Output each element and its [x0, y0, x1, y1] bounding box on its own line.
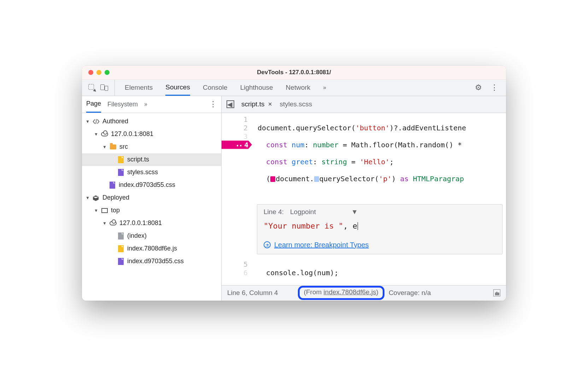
- logpoint-editor[interactable]: Line 4: Logpoint ▼ "Your number is ", e …: [257, 204, 502, 254]
- sidebar-tab-filesystem[interactable]: Filesystem: [107, 96, 138, 113]
- tree-label: index.d9703d55.css: [119, 181, 175, 189]
- code-brackets-icon: [93, 118, 100, 125]
- tab-lighthouse[interactable]: Lighthouse: [240, 80, 273, 96]
- breakpoint-inline-icon: [270, 176, 275, 182]
- inspector-toggle-group: [82, 80, 115, 96]
- device-toolbar-icon[interactable]: [100, 84, 108, 91]
- coverage-status: Coverage: n/a: [389, 289, 431, 297]
- code-editor[interactable]: 1 2 3 ••4 document.querySelector('button…: [222, 113, 506, 285]
- code-content[interactable]: document.querySelector('button')?.addEve…: [252, 113, 466, 202]
- sidebar-tabs: Page Filesystem » ⋮: [82, 96, 221, 113]
- tab-elements[interactable]: Elements: [125, 80, 153, 96]
- line-number[interactable]: 3: [222, 132, 248, 141]
- line-number[interactable]: 6: [222, 268, 248, 277]
- source-map-link[interactable]: index.7808df6e.js: [324, 288, 376, 296]
- tab-sources[interactable]: Sources: [165, 80, 190, 96]
- file-tree: ▼ Authored ▼ 127.0.0.1:8081 ▼ src script…: [82, 113, 221, 301]
- tree-label: (index): [127, 232, 147, 240]
- tree-authored[interactable]: ▼ Authored: [82, 115, 221, 128]
- line-number[interactable]: 2: [222, 124, 248, 132]
- navigator-sidebar: Page Filesystem » ⋮ ▼ Authored ▼ 127.0.0…: [82, 96, 222, 301]
- tree-host-deployed[interactable]: ▼ 127.0.0.1:8081: [82, 217, 221, 230]
- file-icon: [117, 156, 124, 163]
- more-menu-icon[interactable]: ⋮: [490, 83, 498, 92]
- logpoint-expression-input[interactable]: "Your number is ", e: [264, 219, 496, 241]
- tree-deployed[interactable]: ▼ Deployed: [82, 191, 221, 204]
- tree-file-styles-scss[interactable]: styles.scss: [82, 166, 221, 179]
- tabs-overflow-icon[interactable]: »: [323, 84, 326, 91]
- tree-file-index[interactable]: (index): [82, 230, 221, 242]
- devtools-window: DevTools - 127.0.0.1:8081/ Elements Sour…: [82, 66, 506, 301]
- cube-icon: [93, 195, 100, 201]
- tab-network[interactable]: Network: [286, 80, 311, 96]
- cursor-position: Line 6, Column 4: [227, 289, 278, 297]
- editor-tab-label: styles.scss: [280, 100, 312, 108]
- tree-label: 127.0.0.1:8081: [119, 219, 162, 227]
- tree-label: 127.0.0.1:8081: [111, 130, 153, 138]
- source-map-origin-callout: (From index.7808df6e.js): [298, 286, 384, 300]
- tree-label: index.7808df6e.js: [127, 245, 177, 252]
- main-tab-strip: Elements Sources Console Lighthouse Netw…: [82, 80, 506, 96]
- tab-console[interactable]: Console: [203, 80, 228, 96]
- inspect-element-icon[interactable]: [88, 84, 95, 91]
- breakpoint-inline-icon: [314, 176, 319, 182]
- traffic-lights: [88, 70, 110, 75]
- tree-top[interactable]: ▼ top: [82, 204, 221, 217]
- logpoint-marker[interactable]: ••4: [222, 141, 252, 149]
- line-number[interactable]: 1: [222, 115, 248, 124]
- settings-gear-icon[interactable]: ⚙: [475, 83, 482, 92]
- sidebar-tab-page[interactable]: Page: [86, 96, 101, 113]
- file-icon: [117, 245, 124, 252]
- window-title: DevTools - 127.0.0.1:8081/: [257, 69, 331, 76]
- tree-file-index-css-deployed[interactable]: index.d9703d55.css: [82, 255, 221, 268]
- tree-label: Authored: [102, 118, 128, 125]
- file-icon: [117, 232, 124, 240]
- titlebar: DevTools - 127.0.0.1:8081/: [82, 66, 506, 80]
- breakpoint-type-dropdown[interactable]: Logpoint ▼: [290, 208, 358, 216]
- tree-host-authored[interactable]: ▼ 127.0.0.1:8081: [82, 128, 221, 141]
- text-cursor: [358, 222, 358, 230]
- file-icon: [109, 182, 116, 189]
- tree-folder-src[interactable]: ▼ src: [82, 141, 221, 153]
- arrow-circle-icon: ➜: [264, 241, 271, 248]
- folder-icon: [110, 143, 117, 150]
- file-icon: [117, 258, 124, 265]
- editor-tabs: ◀ script.ts ✕ styles.scss: [222, 96, 506, 113]
- editor-tab-styles[interactable]: styles.scss: [280, 96, 312, 113]
- sidebar-tabs-overflow-icon[interactable]: »: [144, 101, 147, 107]
- minimize-window-button[interactable]: [96, 70, 101, 75]
- editor-status-bar: Line 6, Column 4 (From index.7808df6e.js…: [222, 285, 506, 301]
- logpoint-line-label: Line 4:: [264, 208, 284, 216]
- main-tabs: Elements Sources Console Lighthouse Netw…: [115, 80, 467, 96]
- toggle-navigator-icon[interactable]: ◀: [227, 100, 234, 108]
- tree-file-index-css[interactable]: index.d9703d55.css: [82, 179, 221, 191]
- gutter[interactable]: 1 2 3 ••4: [222, 113, 252, 202]
- learn-more-link[interactable]: ➜ Learn more: Breakpoint Types: [264, 241, 496, 249]
- tree-label: src: [119, 143, 128, 150]
- cloud-icon: [110, 220, 117, 227]
- tree-label: styles.scss: [127, 169, 158, 176]
- editor-tab-script[interactable]: script.ts ✕: [241, 96, 272, 113]
- tree-label: top: [111, 207, 120, 214]
- close-window-button[interactable]: [88, 70, 93, 75]
- panel-body: Page Filesystem » ⋮ ▼ Authored ▼ 127.0.0…: [82, 96, 506, 301]
- tree-label: index.d9703d55.css: [127, 258, 184, 265]
- editor-pane: ◀ script.ts ✕ styles.scss 1 2 3 ••4: [222, 96, 506, 301]
- tree-file-index-js[interactable]: index.7808df6e.js: [82, 242, 221, 255]
- file-icon: [117, 169, 124, 176]
- frame-icon: [101, 207, 108, 214]
- tree-label: Deployed: [102, 194, 129, 201]
- editor-tab-label: script.ts: [241, 100, 264, 108]
- chevron-down-icon: ▼: [351, 208, 358, 216]
- sidebar-more-icon[interactable]: ⋮: [209, 100, 217, 109]
- line-number[interactable]: 5: [222, 260, 248, 268]
- tree-label: script.ts: [127, 156, 149, 163]
- maximize-window-button[interactable]: [105, 70, 110, 75]
- toggle-drawer-icon[interactable]: [493, 289, 500, 296]
- cloud-icon: [101, 131, 108, 138]
- close-tab-icon[interactable]: ✕: [268, 101, 272, 107]
- tree-file-script-ts[interactable]: script.ts: [82, 153, 221, 166]
